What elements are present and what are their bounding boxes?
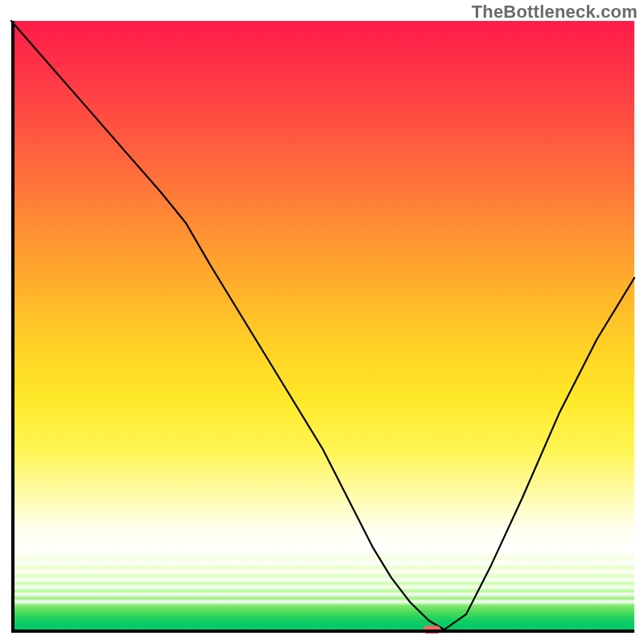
y-axis-line [11, 21, 14, 633]
watermark-text: TheBottleneck.com [472, 2, 638, 23]
x-axis-line [11, 630, 634, 633]
bottleneck-curve [11, 21, 634, 630]
curve-overlay [11, 21, 634, 633]
chart-frame: TheBottleneck.com [0, 0, 644, 644]
plot-area [11, 21, 634, 633]
